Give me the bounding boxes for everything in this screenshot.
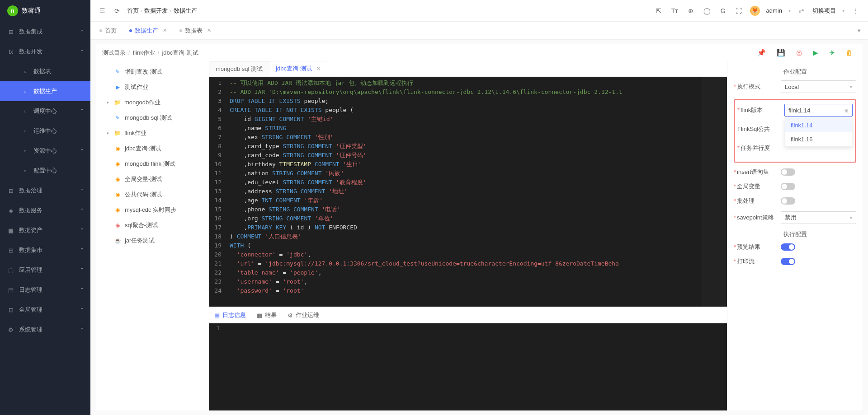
tree-item[interactable]: ☕jar任务测试	[96, 233, 209, 248]
gitee-icon[interactable]: G	[719, 5, 727, 16]
page-tab[interactable]: 数据表✕	[174, 24, 217, 37]
more-icon[interactable]: ⋮	[851, 5, 861, 16]
export-icon[interactable]: ⇱	[654, 5, 663, 16]
menu-icon: ⊞	[7, 28, 14, 35]
tree-item[interactable]: ✎mongodb sql 测试	[96, 110, 209, 126]
sidebar-item[interactable]: ⊡全局管理˅	[0, 300, 90, 320]
run-icon[interactable]: ▶	[813, 49, 818, 57]
dropdown-option[interactable]: flink1.14	[785, 118, 852, 132]
menu-icon: ▢	[7, 267, 14, 274]
sidebar-subitem[interactable]: ▫数据生产	[0, 81, 90, 101]
chevron-icon: ˄	[81, 49, 83, 54]
menu-icon: ⊟	[7, 187, 14, 194]
tree-item[interactable]: ▶测试作业	[96, 79, 209, 95]
sidebar-item[interactable]: ▦数据资产˅	[0, 220, 90, 240]
target-icon[interactable]: ◎	[796, 49, 802, 57]
tree-item[interactable]: ◉jdbc查询-测试	[96, 141, 209, 156]
print-toggle[interactable]	[781, 258, 795, 265]
chevron-down-icon: ▾	[842, 8, 844, 13]
flink-version-select[interactable]: flink1.14 ◉ flink1.14 flink1.16	[784, 104, 853, 117]
dropdown-option[interactable]: flink1.16	[785, 132, 852, 146]
tree-icon: 📁	[113, 130, 121, 136]
github-icon[interactable]: ◯	[702, 5, 712, 16]
tree-item[interactable]: ▾📁mongodb作业	[96, 95, 209, 110]
tree-item[interactable]: ▾📁flink作业	[96, 126, 209, 141]
user-menu[interactable]: admin	[766, 7, 782, 14]
sidebar-subitem[interactable]: ▫资源中心˅	[0, 141, 90, 161]
save-icon[interactable]: 💾	[777, 49, 785, 57]
sidebar-item[interactable]: fx数据开发˄	[0, 42, 90, 61]
sidebar-item[interactable]: ◈数据服务˅	[0, 201, 90, 220]
exec-mode-select[interactable]: Local▾	[781, 80, 856, 93]
sidebar-item[interactable]: ▢应用管理˅	[0, 260, 90, 280]
tabs-expand[interactable]: ▾	[854, 25, 864, 36]
sidebar-item[interactable]: ⊟数据治理˅	[0, 181, 90, 201]
close-icon[interactable]: ✕	[163, 28, 167, 33]
savepoint-select[interactable]: 禁用▾	[781, 211, 856, 224]
menu-icon: ▦	[7, 227, 14, 234]
send-icon[interactable]: ✈	[829, 49, 835, 57]
batch-toggle[interactable]	[781, 197, 795, 205]
sidebar-item[interactable]: ⊞数据集成˅	[0, 22, 90, 42]
tree-item[interactable]: ◉mysql-cdc 实时同步	[96, 202, 209, 218]
fullscreen-icon[interactable]: ⛶	[734, 5, 744, 16]
tree-icon: 📁	[113, 99, 121, 106]
tree-icon: ☕	[114, 238, 121, 244]
globe-icon[interactable]: ⊕	[686, 5, 695, 16]
page-tab[interactable]: 数据生产✕	[124, 24, 172, 37]
chevron-icon: ˅	[81, 188, 83, 193]
breadcrumb-seg[interactable]: 数据开发	[144, 7, 168, 14]
tree-item[interactable]: ◉公共代码-测试	[96, 187, 209, 202]
editor-tab[interactable]: jdbc查询-测试✕	[269, 61, 327, 76]
close-icon[interactable]: ✕	[207, 28, 211, 33]
sidebar-item[interactable]: ⊞数据集市˅	[0, 240, 90, 260]
file-tree: ✎增删查改-测试▶测试作业▾📁mongodb作业✎mongodb sql 测试▾…	[96, 61, 209, 410]
chevron-icon: ˅	[81, 288, 83, 293]
global-var-toggle[interactable]	[781, 183, 795, 190]
pin-icon[interactable]: 📌	[757, 49, 766, 57]
avatar[interactable]: 🦊	[750, 6, 760, 16]
tree-item[interactable]: ◉全局变量-测试	[96, 172, 209, 187]
menu-icon: ⊡	[7, 307, 14, 313]
switch-project[interactable]: 切换项目	[812, 7, 836, 15]
tab-dot-icon	[129, 29, 132, 32]
chevron-icon: ˅	[81, 208, 83, 213]
sidebar-subitem[interactable]: ▫数据表	[0, 61, 90, 81]
code-editor[interactable]: 123456789101112131415161718192021222324 …	[209, 77, 727, 307]
tree-item[interactable]: ◉sql聚合-测试	[96, 218, 209, 233]
breadcrumb-seg[interactable]: 首页	[127, 7, 139, 14]
flink-version-dropdown: flink1.14 flink1.16	[785, 118, 852, 147]
font-size-icon[interactable]: Tт	[670, 5, 680, 16]
tab-icon: ▤	[214, 312, 220, 319]
page-tab[interactable]: 首页	[94, 24, 122, 37]
switch-project-icon[interactable]: ⇄	[797, 5, 806, 16]
sidebar-item[interactable]: ▤日志管理˅	[0, 280, 90, 300]
minimap[interactable]	[702, 77, 727, 307]
sidebar-subitem[interactable]: ▫调度中心˅	[0, 101, 90, 121]
config-panel: 作业配置 *执行模式 Local▾ *flink版本 flink1	[727, 61, 863, 410]
sidebar-subitem[interactable]: ▫运维中心	[0, 121, 90, 141]
sidebar-item[interactable]: ⚙系统管理˅	[0, 320, 90, 340]
menu-icon: ▫	[22, 68, 29, 75]
tree-item[interactable]: ◉mongodb flink 测试	[96, 156, 209, 172]
delete-icon[interactable]: 🗑	[846, 49, 853, 57]
config-title: 作业配置	[734, 68, 856, 76]
sidebar-subitem[interactable]: ▫配置中心	[0, 161, 90, 181]
tree-item[interactable]: ✎增删查改-测试	[96, 64, 209, 79]
path-seg[interactable]: jdbc查询-测试	[162, 49, 198, 56]
path-seg[interactable]: flink作业	[133, 49, 155, 56]
close-icon[interactable]: ✕	[316, 66, 321, 72]
collapse-sidebar-icon[interactable]: ☰	[98, 5, 107, 16]
bottom-tab[interactable]: ▦结果	[257, 311, 277, 319]
path-seg[interactable]: 测试目录	[102, 49, 126, 56]
insert-toggle[interactable]	[781, 168, 795, 176]
tree-icon: ◉	[114, 222, 121, 228]
bottom-tab[interactable]: ▤日志信息	[214, 311, 246, 319]
preview-toggle[interactable]	[781, 243, 795, 251]
tab-icon: ⚙	[288, 312, 293, 319]
editor-tab[interactable]: mongodb sql 测试	[209, 61, 269, 76]
bottom-tab[interactable]: ⚙作业运维	[288, 311, 319, 319]
menu-icon: ▫	[22, 148, 29, 154]
refresh-icon[interactable]: ⟳	[113, 5, 122, 16]
breadcrumb-seg[interactable]: 数据生产	[174, 7, 197, 14]
